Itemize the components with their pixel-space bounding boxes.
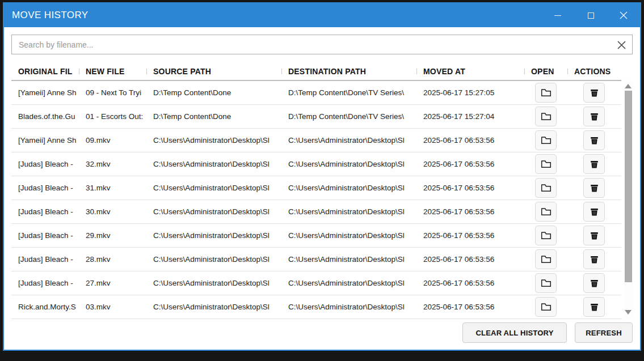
cell-destination-path: C:\Users\Administrator\Desktop\Sl — [281, 160, 416, 168]
scrollbar-track[interactable] — [624, 81, 633, 319]
open-folder-button[interactable] — [535, 226, 557, 245]
clear-search-icon — [617, 40, 626, 50]
footer-actions: CLEAR ALL HISTORY REFRESH — [462, 322, 633, 343]
refresh-button[interactable]: REFRESH — [575, 322, 633, 343]
delete-entry-button[interactable] — [583, 226, 605, 245]
open-folder-button[interactable] — [535, 130, 557, 150]
trash-icon — [590, 207, 599, 216]
window-title: MOVE HISTORY — [4, 10, 89, 21]
delete-entry-button[interactable] — [583, 178, 605, 198]
cell-new-file: 01 - Escorts Out: — [79, 112, 146, 121]
folder-icon — [541, 278, 552, 288]
open-folder-button[interactable] — [535, 178, 557, 198]
column-header-destination-path: DESTINATION PATH — [281, 67, 416, 76]
cell-original-file: Blades.of.the.Gu — [11, 112, 79, 121]
cell-new-file: 32.mkv — [79, 160, 146, 168]
cell-original-file: [Judas] Bleach - — [11, 160, 79, 168]
trash-icon — [590, 254, 599, 264]
desktop-background: { "window": { "title": "MOVE HISTORY" },… — [0, 0, 644, 361]
open-folder-button[interactable] — [535, 297, 557, 317]
cell-actions — [567, 130, 621, 150]
column-header-actions: ACTIONS — [567, 67, 621, 76]
delete-entry-button[interactable] — [583, 154, 605, 174]
trash-icon — [590, 135, 599, 145]
clear-search-button[interactable] — [616, 39, 627, 50]
cell-original-file: [Judas] Bleach - — [11, 255, 79, 264]
open-folder-button[interactable] — [535, 107, 557, 126]
cell-open — [524, 273, 567, 293]
open-folder-button[interactable] — [535, 273, 557, 293]
cell-open — [524, 178, 567, 198]
trash-icon — [590, 302, 599, 312]
cell-original-file: [Judas] Bleach - — [11, 184, 79, 192]
cell-original-file: Rick.and.Morty.S — [11, 303, 79, 311]
move-history-window: MOVE HISTORY ORIGINAL FIL — [3, 2, 641, 351]
folder-icon — [541, 207, 552, 216]
open-folder-button[interactable] — [535, 249, 557, 269]
table-row: [Judas] Bleach - 29.mkv C:\Users\Adminis… — [11, 224, 621, 248]
table-header: ORIGINAL FIL NEW FILE SOURCE PATH DESTIN… — [11, 62, 621, 81]
delete-entry-button[interactable] — [583, 297, 605, 317]
cell-source-path: D:\Temp Content\Done — [146, 112, 281, 121]
cell-actions — [567, 154, 621, 174]
cell-open — [524, 154, 567, 174]
title-bar: MOVE HISTORY — [4, 3, 640, 27]
table-body: [Yameii] Anne Sh 09 - Next To Tryi D:\Te… — [11, 81, 621, 319]
cell-new-file: 27.mkv — [79, 279, 146, 287]
cell-destination-path: C:\Users\Administrator\Desktop\Sl — [281, 303, 416, 311]
cell-actions — [567, 297, 621, 317]
scroll-up-button[interactable] — [625, 84, 632, 88]
cell-new-file: 31.mkv — [79, 184, 146, 192]
delete-entry-button[interactable] — [583, 202, 605, 222]
cell-destination-path: C:\Users\Administrator\Desktop\Sl — [281, 255, 416, 264]
cell-open — [524, 297, 567, 317]
maximize-icon — [588, 12, 594, 19]
column-header-moved-at: MOVED AT — [416, 67, 524, 76]
maximize-button[interactable] — [574, 3, 607, 27]
open-folder-button[interactable] — [535, 83, 557, 103]
window-controls — [541, 3, 640, 27]
scroll-down-button[interactable] — [625, 310, 632, 315]
trash-icon — [590, 183, 599, 193]
cell-destination-path: C:\Users\Administrator\Desktop\Sl — [281, 136, 416, 145]
cell-open — [524, 83, 567, 103]
delete-entry-button[interactable] — [583, 130, 605, 150]
column-header-new-file: NEW FILE — [79, 67, 146, 76]
search-input[interactable] — [11, 35, 633, 54]
open-folder-button[interactable] — [535, 154, 557, 174]
trash-icon — [590, 159, 599, 169]
open-folder-button[interactable] — [535, 202, 557, 222]
cell-original-file: [Judas] Bleach - — [11, 231, 79, 240]
cell-open — [524, 107, 567, 126]
minimize-icon — [554, 15, 561, 16]
scrollbar-thumb[interactable] — [625, 91, 632, 282]
clear-all-history-button[interactable]: CLEAR ALL HISTORY — [462, 322, 567, 343]
delete-entry-button[interactable] — [583, 273, 605, 293]
cell-new-file: 03.mkv — [79, 303, 146, 311]
delete-entry-button[interactable] — [583, 83, 605, 103]
minimize-button[interactable] — [541, 3, 574, 27]
folder-icon — [541, 135, 552, 145]
delete-entry-button[interactable] — [583, 107, 605, 126]
column-header-original-file: ORIGINAL FIL — [11, 67, 79, 76]
cell-actions — [567, 178, 621, 198]
cell-destination-path: C:\Users\Administrator\Desktop\Sl — [281, 279, 416, 287]
cell-source-path: C:\Users\Administrator\Desktop\Sl — [146, 184, 281, 192]
cell-destination-path: D:\Temp Content\Done\TV Series\ — [281, 88, 416, 97]
cell-actions — [567, 107, 621, 126]
cell-moved-at: 2025-06-17 06:53:56 — [416, 255, 524, 264]
folder-icon — [541, 88, 552, 97]
table-row: Blades.of.the.Gu 01 - Escorts Out: D:\Te… — [11, 105, 621, 129]
folder-icon — [541, 159, 552, 169]
cell-open — [524, 226, 567, 245]
delete-entry-button[interactable] — [583, 249, 605, 269]
close-button[interactable] — [607, 3, 640, 27]
cell-source-path: D:\Temp Content\Done — [146, 88, 281, 97]
cell-actions — [567, 226, 621, 245]
cell-moved-at: 2025-06-17 15:27:05 — [416, 88, 524, 97]
trash-icon — [590, 278, 599, 288]
table-row: [Judas] Bleach - 28.mkv C:\Users\Adminis… — [11, 248, 621, 271]
cell-destination-path: C:\Users\Administrator\Desktop\Sl — [281, 207, 416, 216]
cell-open — [524, 130, 567, 150]
cell-original-file: [Judas] Bleach - — [11, 207, 79, 216]
